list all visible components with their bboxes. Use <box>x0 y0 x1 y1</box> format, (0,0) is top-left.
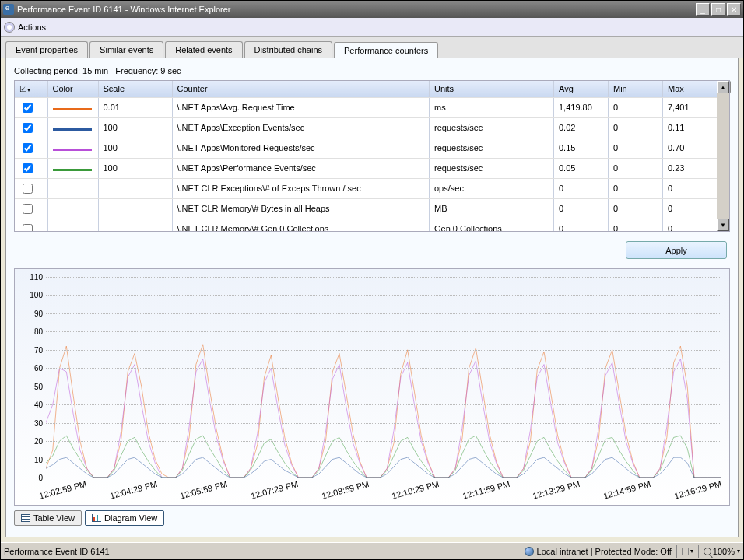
table-row[interactable]: 100\.NET Apps\Performance Events/secrequ… <box>15 158 729 178</box>
table-scrollbar[interactable]: ▲ ▼ <box>717 81 729 231</box>
window-title: Performance Event ID 6141 - Windows Inte… <box>17 5 231 14</box>
ie-icon <box>3 4 14 15</box>
actions-toolbar: Actions <box>1 18 743 37</box>
row-checkbox[interactable] <box>23 163 33 173</box>
zoom-drop-icon[interactable]: ▾ <box>737 548 740 555</box>
apply-button[interactable]: Apply <box>626 241 727 259</box>
scroll-up-icon[interactable]: ▲ <box>717 81 729 93</box>
minimize-button[interactable]: _ <box>696 3 710 16</box>
status-left: Performance Event ID 6141 <box>4 547 110 556</box>
table-row[interactable]: \.NET CLR Memory\# Gen 0 CollectionsGen … <box>15 219 729 232</box>
tab-performance-counters[interactable]: Performance counters <box>334 42 438 58</box>
table-row[interactable]: 0.01\.NET Apps\Avg. Request Timems1,419.… <box>15 97 729 117</box>
table-view-icon <box>21 514 30 522</box>
col-min[interactable]: Min <box>609 81 663 97</box>
col-check[interactable]: ☑▾ <box>15 81 47 97</box>
tab-panel: Collecting period: 15 min Frequency: 9 s… <box>5 58 739 537</box>
color-swatch <box>53 169 92 171</box>
table-row[interactable]: \.NET CLR Exceptions\# of Exceps Thrown … <box>15 178 729 198</box>
color-swatch <box>53 128 92 131</box>
collecting-info: Collecting period: 15 min Frequency: 9 s… <box>14 66 730 75</box>
counter-table-wrap: ☑▾ Color Scale Counter Units Avg Min Max… <box>14 80 730 232</box>
status-zoom: 100% <box>713 547 735 556</box>
tab-similar-events[interactable]: Similar events <box>89 41 163 58</box>
statusbar: Performance Event ID 6141 Local intranet… <box>1 542 743 559</box>
globe-icon <box>525 547 534 556</box>
counter-table: ☑▾ Color Scale Counter Units Avg Min Max… <box>15 81 729 232</box>
col-color[interactable]: Color <box>47 81 98 97</box>
row-checkbox[interactable] <box>23 204 33 214</box>
close-button[interactable]: ✕ <box>727 3 741 16</box>
tab-related-events[interactable]: Related events <box>165 41 242 58</box>
tab-row: Event properties Similar events Related … <box>1 37 743 58</box>
gear-icon <box>4 22 15 33</box>
maximize-button[interactable]: □ <box>711 3 725 16</box>
table-row[interactable]: 100\.NET Apps\Exception Events/secreques… <box>15 117 729 138</box>
status-mode: Local intranet | Protected Mode: Off <box>537 547 672 556</box>
chart-area: 0102030405060708090100110 12:02:59 PM12:… <box>14 268 730 506</box>
diagram-view-icon <box>92 514 101 522</box>
row-checkbox[interactable] <box>23 184 33 194</box>
tab-event-properties[interactable]: Event properties <box>5 41 88 58</box>
col-avg[interactable]: Avg <box>554 81 609 97</box>
row-checkbox[interactable] <box>23 143 33 153</box>
table-row[interactable]: \.NET CLR Memory\# Bytes in all HeapsMB0… <box>15 198 729 219</box>
table-row[interactable]: 100\.NET Apps\Monitored Requests/secrequ… <box>15 138 729 158</box>
scroll-down-icon[interactable]: ▼ <box>717 219 729 231</box>
actions-label[interactable]: Actions <box>18 23 46 32</box>
diagram-view-button[interactable]: Diagram View <box>85 510 164 526</box>
row-checkbox[interactable] <box>23 103 33 113</box>
col-units[interactable]: Units <box>430 81 554 97</box>
color-swatch <box>53 149 92 151</box>
window-titlebar: Performance Event ID 6141 - Windows Inte… <box>1 1 743 18</box>
zoom-icon[interactable] <box>704 548 711 555</box>
row-checkbox[interactable] <box>23 123 33 133</box>
col-counter[interactable]: Counter <box>172 81 430 97</box>
tab-distributed-chains[interactable]: Distributed chains <box>244 41 332 58</box>
lock-icon[interactable] <box>682 548 689 555</box>
row-checkbox[interactable] <box>23 224 33 233</box>
col-scale[interactable]: Scale <box>98 81 172 97</box>
table-view-button[interactable]: Table View <box>14 510 82 526</box>
color-swatch <box>53 108 92 110</box>
